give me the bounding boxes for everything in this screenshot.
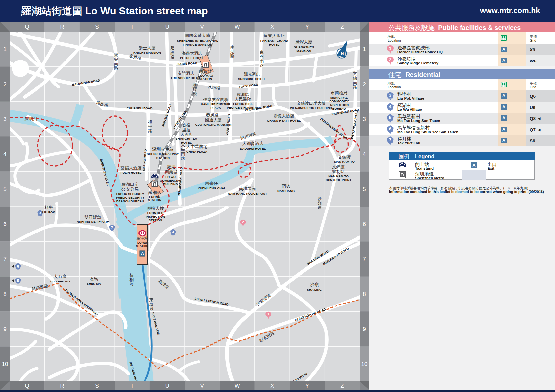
svg-text:GUANGSHEN: GUANGSHEN <box>294 45 314 49</box>
svg-text:T: T <box>130 24 134 30</box>
svg-text:香格: 香格 <box>182 123 191 127</box>
svg-text:CHINA PLAZA: CHINA PLAZA <box>186 150 207 153</box>
svg-text:石馬: 石馬 <box>90 276 98 281</box>
svg-text:商業城: 商業城 <box>165 170 177 174</box>
svg-text:MUNICIPAL: MUNICIPAL <box>330 96 348 99</box>
svg-text:羅湖區: 羅湖區 <box>237 92 249 97</box>
svg-text:SHENZHEN INTENATIONAL: SHENZHEN INTENATIONAL <box>177 39 218 42</box>
svg-text:PUBLIC SECURITY: PUBLIC SECURITY <box>116 196 145 199</box>
svg-text:南: 南 <box>181 152 185 156</box>
svg-text:7: 7 <box>389 137 392 142</box>
svg-text:3: 3 <box>389 93 392 98</box>
svg-text:PLAZA: PLAZA <box>210 106 221 110</box>
svg-text:羅湖: 羅湖 <box>167 165 175 169</box>
svg-text:佳寧友誼廣場: 佳寧友誼廣場 <box>203 97 228 102</box>
svg-text:9: 9 <box>363 326 366 332</box>
svg-text:寶: 寶 <box>193 87 197 92</box>
svg-text:設: 設 <box>170 50 175 55</box>
svg-text:南: 南 <box>353 80 357 85</box>
svg-text:沙: 沙 <box>318 196 322 201</box>
svg-text:V: V <box>200 383 204 389</box>
svg-text:6: 6 <box>3 221 6 227</box>
svg-text:海燕大酒店: 海燕大酒店 <box>182 51 202 56</box>
svg-text:路: 路 <box>353 85 357 89</box>
svg-text:錦: 錦 <box>353 76 357 81</box>
svg-text:料壆: 料壆 <box>44 205 53 210</box>
svg-text:綫: 綫 <box>149 306 154 311</box>
svg-text:BUREAU: BUREAU <box>332 107 346 110</box>
svg-text:大都會酒店: 大都會酒店 <box>242 141 264 146</box>
svg-text:PETREL HOTEL: PETREL HOTEL <box>180 56 204 60</box>
svg-text:寶: 寶 <box>114 52 118 57</box>
svg-text:A: A <box>141 251 144 256</box>
svg-text:3: 3 <box>363 116 366 122</box>
svg-text:平: 平 <box>148 124 152 129</box>
svg-text:Q: Q <box>25 24 29 30</box>
svg-text:文錦渡口岸大樓: 文錦渡口岸大樓 <box>297 101 326 106</box>
svg-text:羅湖站: 羅湖站 <box>148 190 161 195</box>
svg-text:10: 10 <box>361 361 368 367</box>
svg-text:6: 6 <box>389 126 392 131</box>
svg-text:路: 路 <box>148 129 152 133</box>
svg-text:SHEUNG MA LEI YUE: SHEUNG MA LEI YUE <box>77 220 109 224</box>
svg-text:深圳火車站: 深圳火車站 <box>152 147 174 152</box>
svg-text:聯檢大樓: 聯檢大樓 <box>147 206 164 211</box>
svg-text:爵士大廈: 爵士大廈 <box>139 45 156 50</box>
svg-text:人民醫院: 人民醫院 <box>235 97 251 102</box>
svg-text:遠東大酒店: 遠東大酒店 <box>264 33 285 38</box>
svg-text:STATION: STATION <box>136 244 148 248</box>
svg-text:COMMERCIAL: COMMERCIAL <box>160 179 181 182</box>
svg-text:路: 路 <box>114 66 118 71</box>
svg-text:南坑: 南坑 <box>282 184 290 188</box>
svg-text:LO WU: LO WU <box>165 175 176 179</box>
svg-text:羅湖口岸: 羅湖口岸 <box>121 182 139 187</box>
svg-text:大中華廣場: 大中華廣場 <box>186 144 208 149</box>
svg-text:文錦渡: 文錦渡 <box>332 165 345 169</box>
svg-text:南: 南 <box>260 59 264 63</box>
svg-text:國際金融大廈: 國際金融大廈 <box>185 33 210 38</box>
svg-text:HOTEL: HOTEL <box>269 43 279 46</box>
svg-text:路: 路 <box>260 63 264 68</box>
svg-text:公安分局: 公安分局 <box>121 187 139 192</box>
svg-text:7: 7 <box>3 256 6 262</box>
svg-text:2: 2 <box>389 57 392 62</box>
svg-text:FAR EAST GRAND: FAR EAST GRAND <box>260 39 288 42</box>
svg-text:8: 8 <box>3 291 6 297</box>
svg-text:雙孖鯉魚: 雙孖鯉魚 <box>84 215 101 220</box>
svg-text:SHEK MA: SHEK MA <box>87 282 101 285</box>
svg-text:SHANGRI - LA: SHANGRI - LA <box>176 137 197 140</box>
svg-text:大石磨: 大石磨 <box>54 274 66 279</box>
svg-text:陽光酒店: 陽光酒店 <box>244 72 260 77</box>
svg-text:Q: Q <box>25 383 29 389</box>
svg-text:6: 6 <box>363 221 366 227</box>
svg-text:FRIENDSHIP HOTEL: FRIENDSHIP HOTEL <box>171 76 201 80</box>
svg-text:安: 安 <box>114 57 118 62</box>
svg-text:東: 東 <box>260 50 264 55</box>
svg-text:5: 5 <box>3 186 6 192</box>
svg-text:梧: 梧 <box>129 273 134 277</box>
svg-text:8: 8 <box>363 291 366 297</box>
svg-text:文錦渡: 文錦渡 <box>338 155 351 159</box>
svg-text:1: 1 <box>3 46 6 52</box>
svg-text:R: R <box>60 24 64 30</box>
svg-text:LUOHU DIST.: LUOHU DIST. <box>233 102 253 106</box>
svg-text:S: S <box>95 383 99 389</box>
svg-text:STATION: STATION <box>156 156 170 159</box>
svg-text:富臨大酒店: 富臨大酒店 <box>121 166 142 170</box>
svg-text:BRANCH BUREAU: BRANCH BUREAU <box>116 199 144 203</box>
svg-text:LO WU: LO WU <box>137 241 147 244</box>
svg-text:河: 河 <box>130 282 134 286</box>
svg-text:7: 7 <box>111 226 113 230</box>
svg-text:HANLI FRIENDSHIP: HANLI FRIENDSHIP <box>201 102 230 106</box>
svg-text:門: 門 <box>260 55 264 59</box>
svg-text:路: 路 <box>171 55 175 59</box>
svg-text:春風路: 春風路 <box>206 113 219 117</box>
svg-text:沙嶺: 沙嶺 <box>310 282 319 287</box>
svg-text:2: 2 <box>363 81 366 87</box>
svg-text:MAN KAM TO: MAN KAM TO <box>328 174 349 178</box>
svg-text:N: N <box>341 51 344 56</box>
svg-text:S: S <box>95 24 99 30</box>
svg-text:南: 南 <box>230 45 235 50</box>
svg-text:GRAND HYATT HOTEL: GRAND HYATT HOTEL <box>267 119 301 122</box>
svg-text:鐵: 鐵 <box>149 302 154 307</box>
